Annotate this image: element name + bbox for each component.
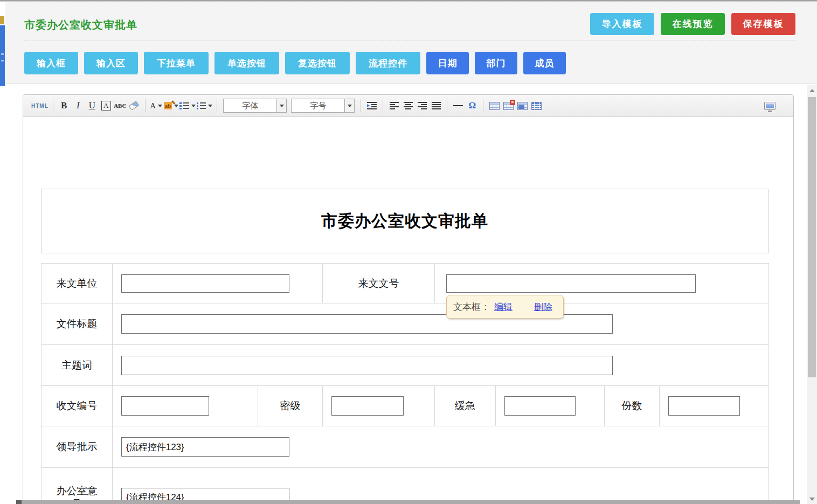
chevron-down-icon: [348, 105, 352, 107]
font-color-button[interactable]: A: [150, 98, 163, 113]
page-header: 市委办公室收文审批单 导入模板 在线预览 保存模板 输入框 输入区 下拉菜单 单…: [5, 2, 817, 84]
toolbar-separator: [383, 99, 383, 112]
bold-button[interactable]: B: [58, 98, 71, 113]
table-row: 主题词: [41, 345, 769, 386]
import-template-button[interactable]: 导入模板: [590, 13, 654, 35]
horizontal-rule-button[interactable]: [452, 98, 465, 113]
italic-button[interactable]: I: [72, 98, 85, 113]
online-preview-button[interactable]: 在线预览: [661, 13, 725, 35]
font-size-select[interactable]: 字号: [291, 99, 355, 113]
delete-table-button[interactable]: [502, 98, 515, 113]
align-left-button[interactable]: [387, 98, 400, 113]
vertical-scrollbar[interactable]: [807, 85, 817, 504]
toolbar-separator: [483, 99, 483, 112]
insert-department-button[interactable]: 部门: [475, 52, 517, 74]
align-justify-icon: [432, 102, 441, 109]
align-right-icon: [418, 102, 427, 109]
field-label: 来文单位: [41, 264, 113, 303]
insert-flow-control-button[interactable]: 流程控件: [356, 52, 420, 74]
receipt-number-input[interactable]: [121, 396, 209, 416]
toolbar-separator: [447, 99, 447, 112]
html-source-button[interactable]: HTML: [31, 98, 49, 113]
chevron-down-icon: [208, 105, 212, 107]
table-cell: [113, 345, 769, 386]
table-row: 收文编号 密级 缓急 份数: [41, 386, 769, 426]
insert-radio-button[interactable]: 单选按钮: [214, 52, 279, 74]
indent-button[interactable]: [365, 98, 378, 113]
chevron-down-icon: [191, 105, 196, 107]
table-properties-icon: [531, 102, 542, 110]
ordered-list-icon: [179, 102, 189, 109]
insert-date-button[interactable]: 日期: [426, 52, 469, 74]
table-row: 办公室意见: [41, 468, 769, 504]
align-center-icon: [404, 102, 413, 109]
form-title: 市委办公室收文审批单: [321, 210, 488, 232]
strikethrough-button[interactable]: ABC: [114, 98, 127, 113]
incoming-unit-input[interactable]: [121, 274, 289, 293]
eraser-icon: [129, 101, 140, 111]
field-label: 密级: [258, 386, 323, 426]
background-window-icon-fragment: [0, 16, 4, 24]
font-size-label: 字号: [292, 99, 344, 112]
delete-table-icon: [503, 102, 514, 110]
delete-field-link[interactable]: 删除: [534, 301, 552, 313]
insert-input-box-button[interactable]: 输入框: [24, 52, 78, 74]
select-dropdown-button[interactable]: [344, 99, 354, 112]
remove-format-button[interactable]: [128, 98, 141, 113]
table-cell: [113, 386, 258, 426]
field-label: 文件标题: [41, 303, 113, 345]
toolbar-separator: [361, 99, 361, 112]
special-character-button[interactable]: Ω: [466, 98, 479, 113]
editor-document[interactable]: 市委办公室收文审批单 来文单位 来文文号 文件标题: [23, 117, 793, 504]
keywords-input[interactable]: [121, 356, 613, 375]
font-family-label: 字体: [224, 99, 276, 112]
bottom-window-edge: [16, 500, 800, 504]
leader-instructions-input[interactable]: [121, 437, 289, 457]
fullscreen-button[interactable]: [763, 98, 776, 113]
select-dropdown-button[interactable]: [276, 99, 286, 112]
scroll-down-button[interactable]: [807, 494, 817, 503]
form-control-buttons: 输入框 输入区 下拉菜单 单选按钮 复选按钮 流程控件 日期 部门 成员: [24, 52, 566, 74]
insert-checkbox-button[interactable]: 复选按钮: [285, 52, 350, 74]
field-label: 领导批示: [41, 426, 113, 468]
highlight-icon: ab: [164, 102, 172, 109]
template-action-buttons: 导入模板 在线预览 保存模板: [590, 13, 795, 35]
unordered-list-button[interactable]: [197, 98, 212, 113]
table-properties-button[interactable]: [530, 98, 543, 113]
align-right-button[interactable]: [416, 98, 428, 113]
background-window-blue-strip: [0, 25, 5, 86]
unordered-list-icon: [197, 102, 206, 109]
insert-input-area-button[interactable]: 输入区: [84, 52, 138, 74]
font-family-select[interactable]: 字体: [223, 99, 287, 113]
highlight-color-button[interactable]: ab: [164, 98, 179, 113]
merge-cells-button[interactable]: [516, 98, 529, 113]
urgency-input[interactable]: [504, 396, 576, 416]
edit-field-link[interactable]: 编辑: [494, 301, 513, 313]
underline-button[interactable]: U: [86, 98, 99, 113]
field-label: 来文文号: [323, 264, 435, 303]
font-border-button[interactable]: A: [100, 98, 113, 113]
boxed-a-icon: A: [101, 101, 111, 111]
insert-member-button[interactable]: 成员: [523, 52, 566, 74]
align-left-icon: [390, 102, 399, 109]
triangle-down-icon: [809, 498, 815, 501]
copies-input[interactable]: [668, 396, 740, 416]
scroll-up-button[interactable]: [807, 86, 817, 95]
table-cell: [113, 426, 769, 468]
insert-dropdown-button[interactable]: 下拉菜单: [144, 52, 209, 74]
save-template-button[interactable]: 保存模板: [731, 13, 795, 35]
incoming-doc-number-input[interactable]: [446, 274, 696, 293]
field-label: 主题词: [41, 345, 113, 386]
field-label: 办公室意见: [41, 468, 113, 504]
security-level-input[interactable]: [331, 396, 404, 416]
align-justify-button[interactable]: [430, 98, 442, 113]
triangle-up-icon: [809, 89, 815, 92]
insert-table-button[interactable]: [488, 98, 501, 113]
table-row: 文件标题: [41, 303, 769, 345]
scrollbar-thumb[interactable]: [808, 97, 816, 377]
page-title: 市委办公室收文审批单: [24, 18, 137, 32]
table-row: 领导批示: [41, 426, 769, 468]
align-center-button[interactable]: [401, 98, 414, 113]
insert-table-icon: [489, 102, 500, 110]
ordered-list-button[interactable]: [179, 98, 196, 113]
